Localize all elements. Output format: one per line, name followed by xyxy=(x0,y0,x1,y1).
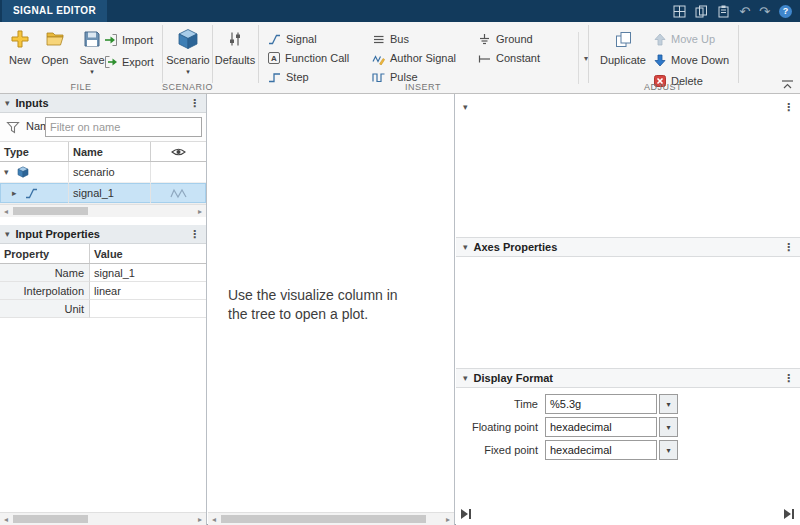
section-divider xyxy=(738,25,739,83)
insert-section-label: INSERT xyxy=(258,82,588,92)
column-header-name: Name xyxy=(68,142,150,161)
panel-menu-icon[interactable]: ⋮ xyxy=(189,229,200,240)
panel-menu-icon[interactable]: ⋮ xyxy=(783,373,794,384)
open-button-label: Open xyxy=(42,54,69,66)
new-button[interactable]: New xyxy=(5,26,35,66)
scroll-right-icon[interactable]: ▸ xyxy=(194,205,206,217)
tree-cell-visualize[interactable] xyxy=(150,183,206,203)
tree-cell-type: ▸ xyxy=(0,183,68,203)
save-dropdown-icon[interactable]: ▾ xyxy=(90,68,94,75)
section-divider xyxy=(588,25,589,83)
panel-menu-icon[interactable]: ⋮ xyxy=(783,242,794,253)
column-header-visualize xyxy=(150,142,206,161)
axes-properties-title: Axes Properties xyxy=(474,241,558,253)
property-name-cell: Interpolation xyxy=(0,282,90,300)
property-value-cell[interactable]: linear xyxy=(90,282,206,300)
paste-icon[interactable] xyxy=(717,5,730,18)
insert-constant-button[interactable]: Constant xyxy=(478,49,540,67)
filter-input[interactable] xyxy=(45,117,202,137)
tree-horizontal-scrollbar[interactable]: ◂ ▸ xyxy=(0,204,206,217)
time-format-field[interactable]: %5.3g xyxy=(545,394,657,414)
signal-editor-window: SIGNAL EDITOR ↶ ↷ ? xyxy=(0,0,800,525)
export-button[interactable]: Export xyxy=(104,53,154,70)
scroll-right-icon[interactable]: ▸ xyxy=(442,513,454,525)
defaults-button[interactable]: Defaults xyxy=(212,26,258,66)
insert-function-call-label: Function Call xyxy=(285,52,349,64)
insert-author-signal-button[interactable]: Author Signal xyxy=(372,49,456,67)
tree-cell-name: scenario xyxy=(68,162,150,182)
scroll-right-icon[interactable]: ▸ xyxy=(194,513,206,525)
duplicate-button[interactable]: Duplicate xyxy=(596,26,650,66)
tree-cell-type: ▾ xyxy=(0,162,68,182)
floating-point-field[interactable]: hexadecimal xyxy=(545,417,657,437)
undo-icon[interactable]: ↶ xyxy=(739,5,750,18)
tree-cell-visualize[interactable] xyxy=(150,162,206,182)
export-button-label: Export xyxy=(122,56,154,68)
insert-ground-label: Ground xyxy=(496,33,533,45)
scenario-dropdown-icon[interactable]: ▾ xyxy=(186,68,190,75)
defaults-button-label: Defaults xyxy=(215,54,255,66)
collapse-section-icon[interactable]: ▾ xyxy=(5,229,10,239)
input-properties-title: Input Properties xyxy=(16,228,100,240)
redo-icon[interactable]: ↷ xyxy=(759,5,770,18)
expander-open-icon[interactable]: ▾ xyxy=(4,167,14,177)
move-up-button[interactable]: Move Up xyxy=(654,30,715,48)
scroll-left-icon[interactable]: ◂ xyxy=(208,513,220,525)
import-icon xyxy=(104,33,118,47)
tab-signal-editor[interactable]: SIGNAL EDITOR xyxy=(2,0,107,22)
filter-funnel-icon[interactable] xyxy=(6,121,20,134)
export-icon xyxy=(104,55,118,69)
fixed-point-label: Fixed point xyxy=(456,444,540,456)
adjust-section-label: ADJUST xyxy=(588,82,738,92)
import-button[interactable]: Import xyxy=(104,31,153,48)
scenario-button[interactable]: Scenario ▾ xyxy=(164,26,212,75)
insert-bus-label: Bus xyxy=(390,33,409,45)
insert-gallery-dropdown[interactable]: ▾ xyxy=(578,32,593,84)
collapse-ribbon-icon[interactable] xyxy=(781,79,794,91)
floating-point-dropdown[interactable]: ▾ xyxy=(659,417,678,437)
copy-icon[interactable] xyxy=(695,5,708,18)
help-icon[interactable]: ? xyxy=(779,5,792,18)
skip-forward-icon[interactable] xyxy=(784,509,795,521)
column-header-property: Property xyxy=(0,244,90,263)
property-value-cell[interactable] xyxy=(90,300,206,318)
canvas-message-line2: the tree to open a plot. xyxy=(228,305,398,324)
visualize-wave-icon[interactable] xyxy=(170,188,188,199)
open-button[interactable]: Open xyxy=(37,26,73,66)
layout-icon[interactable] xyxy=(673,5,686,18)
scrollbar-thumb[interactable] xyxy=(221,515,426,523)
expander-closed-icon[interactable]: ▸ xyxy=(12,188,22,198)
axes-properties-header: ▾ Axes Properties ⋮ xyxy=(456,237,800,257)
collapse-section-icon[interactable]: ▾ xyxy=(463,242,468,252)
insert-bus-button[interactable]: Bus xyxy=(372,30,409,48)
display-format-title: Display Format xyxy=(474,372,553,384)
canvas-horizontal-scrollbar[interactable]: ◂ ▸ xyxy=(208,512,454,525)
insert-ground-button[interactable]: Ground xyxy=(478,30,533,48)
panel-horizontal-scrollbar[interactable]: ◂ ▸ xyxy=(0,512,206,525)
panel-menu-icon[interactable]: ⋮ xyxy=(189,98,200,109)
collapse-section-icon[interactable]: ▾ xyxy=(5,98,10,108)
save-button-label: Save xyxy=(79,54,104,66)
move-down-button[interactable]: Move Down xyxy=(654,51,729,69)
tree-row-signal-1[interactable]: ▸ signal_1 xyxy=(0,183,206,204)
property-value-cell[interactable]: signal_1 xyxy=(90,264,206,282)
dropdown-arrow-icon: ▾ xyxy=(666,446,670,455)
insert-function-call-button[interactable]: A Function Call xyxy=(268,49,349,67)
move-up-label: Move Up xyxy=(671,33,715,45)
dropdown-arrow-icon: ▾ xyxy=(666,423,670,432)
collapse-section-icon[interactable]: ▾ xyxy=(463,102,468,112)
bus-icon xyxy=(372,33,385,46)
scrollbar-thumb[interactable] xyxy=(13,207,88,215)
fixed-point-dropdown[interactable]: ▾ xyxy=(659,440,678,460)
skip-forward-icon[interactable] xyxy=(461,509,472,521)
tree-cell-name: signal_1 xyxy=(68,183,150,203)
scroll-left-icon[interactable]: ◂ xyxy=(0,205,12,217)
time-format-dropdown[interactable]: ▾ xyxy=(659,394,678,414)
collapse-section-icon[interactable]: ▾ xyxy=(463,373,468,383)
insert-signal-button[interactable]: Signal xyxy=(268,30,317,48)
panel-menu-icon[interactable]: ⋮ xyxy=(783,102,794,113)
scroll-left-icon[interactable]: ◂ xyxy=(0,513,12,525)
tree-row-scenario[interactable]: ▾ scenario xyxy=(0,162,206,183)
scrollbar-thumb[interactable] xyxy=(13,515,88,523)
fixed-point-field[interactable]: hexadecimal xyxy=(545,440,657,460)
